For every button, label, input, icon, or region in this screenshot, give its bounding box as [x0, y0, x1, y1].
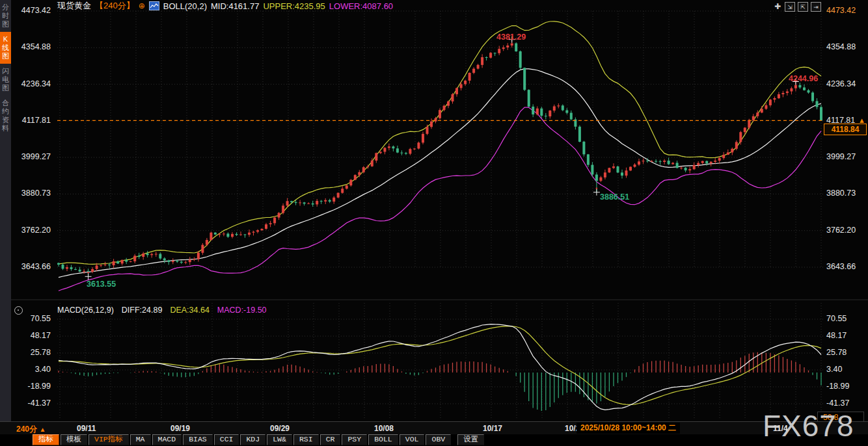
- period-dropdown-icon: ▲: [39, 426, 46, 433]
- sidebar-tab-lightning[interactable]: 闪电图: [0, 64, 11, 96]
- annotation-low-3886: 3886.51: [600, 192, 629, 202]
- indicator-toolbar: 指标模板VIP指标MAMACDBIASCCIKDJLW&RSICRPSYBOLL…: [0, 434, 868, 446]
- chart-header: 现货黄金 【240分】 ⊕ BOLL(20,2) MID:4161.77 UPP…: [57, 1, 393, 11]
- price-up-arrow-icon: ▲: [858, 116, 865, 124]
- toolbar-button-MACD[interactable]: MACD: [152, 434, 182, 445]
- macd-title: MACD(26,12,9): [57, 306, 114, 315]
- date-tick-label: 09/29: [270, 424, 290, 433]
- date-tick-label: 11/4: [773, 424, 788, 433]
- axis-label: 4473.42: [12, 6, 51, 16]
- toolbar-button-设置[interactable]: 设置: [457, 434, 484, 445]
- axis-label: -41.37: [826, 399, 867, 408]
- date-tick-label: 09/11: [77, 424, 96, 433]
- toolbar-button-BIAS[interactable]: BIAS: [183, 434, 213, 445]
- axis-label: -41.37: [12, 399, 51, 408]
- macd-diff-value: DIFF:24.89: [122, 306, 163, 315]
- macd-dea-value: DEA:34.64: [170, 306, 209, 315]
- axis-label: 3.40: [12, 365, 51, 374]
- axis-label: 3999.27: [826, 152, 867, 162]
- symbol-name: 现货黄金: [57, 0, 91, 12]
- axis-label: 48.17: [12, 331, 51, 341]
- axis-label: 3643.66: [826, 262, 867, 272]
- macd-header: MACD(26,12,9) DIFF:24.89 DEA:34.64 MACD:…: [57, 306, 267, 315]
- toolbar-button-模板[interactable]: 模板: [61, 434, 87, 445]
- axis-label: 3762.20: [12, 226, 51, 235]
- axis-label: 4354.88: [826, 42, 867, 52]
- kline-chart-canvas[interactable]: [0, 0, 868, 421]
- toolbar-button-VIP指标[interactable]: VIP指标: [88, 434, 129, 445]
- toolbar-button-PSY[interactable]: PSY: [342, 434, 367, 445]
- time-axis: 240分 ▲ 09/1109/1909/2910/0810/1710/211/4…: [0, 421, 868, 435]
- sidebar-tab-kline[interactable]: K线图: [0, 32, 11, 64]
- annotation-low-3613: 3613.55: [87, 280, 116, 289]
- trading-app: 分时图 K线图 闪电图 合约资料 现货黄金 【240分】 ⊕ BOLL(20,2…: [0, 0, 868, 446]
- axis-label: -18.99: [826, 382, 867, 391]
- go-latest-icon[interactable]: ⇥: [811, 2, 821, 12]
- axis-label: 4354.88: [12, 42, 51, 52]
- mini-chart-icon[interactable]: [149, 1, 159, 10]
- axis-label: 4236.34: [826, 79, 867, 89]
- candle-time-tooltip: 2025/10/28 10:00~14:00 二: [576, 423, 680, 434]
- axis-label: 70.55: [826, 314, 867, 324]
- boll-indicator-label: BOLL(20,2): [163, 1, 207, 11]
- axis-label: 25.78: [826, 348, 867, 358]
- boll-lower-value: LOWER:4087.60: [329, 1, 393, 11]
- axis-label: 70.55: [12, 314, 51, 324]
- annotation-high-4244: 4244.96: [789, 74, 818, 83]
- toolbar-button-CR[interactable]: CR: [320, 434, 341, 445]
- axis-zoom-icon[interactable]: ⇲: [785, 2, 795, 12]
- toolbar-button-MA[interactable]: MA: [130, 434, 151, 445]
- axis-pan-icon[interactable]: ⇱: [798, 2, 808, 12]
- axis-label: -18.99: [12, 382, 51, 391]
- date-tick-label: 10/08: [374, 424, 394, 433]
- boll-mid-value: MID:4161.77: [211, 1, 259, 11]
- period-label: 【240分】: [95, 0, 135, 12]
- macd-bar-value: MACD:-19.50: [217, 306, 267, 315]
- toolbar-button-指标[interactable]: 指标: [33, 434, 59, 445]
- crosshair-move-icon[interactable]: ✚: [773, 2, 782, 10]
- toolbar-button-VOL[interactable]: VOL: [400, 434, 425, 445]
- axis-label: 3880.73: [826, 189, 867, 198]
- axis-label: 4473.42: [826, 6, 867, 16]
- axis-label: 3643.66: [12, 262, 51, 272]
- toolbar-button-CCI[interactable]: CCI: [214, 434, 239, 445]
- sidebar-tab-contract-info[interactable]: 合约资料: [0, 96, 11, 136]
- axis-label: 3.40: [826, 365, 867, 374]
- toolbar-button-BOLL[interactable]: BOLL: [368, 434, 398, 445]
- current-price-label: 4118.84: [824, 124, 867, 135]
- add-indicator-icon[interactable]: ⊕: [139, 1, 145, 10]
- axis-label: 48.17: [826, 331, 867, 341]
- boll-upper-value: UPPER:4235.95: [263, 1, 325, 11]
- annotation-high-4381: 4381.29: [496, 33, 526, 42]
- axis-label: 25.78: [12, 348, 51, 358]
- date-tick-label: 09/19: [170, 424, 190, 433]
- date-tick-label: 10/17: [483, 424, 502, 433]
- axis-label: 3880.73: [12, 189, 51, 198]
- chart-type-sidebar: 分时图 K线图 闪电图 合约资料: [0, 0, 11, 421]
- axis-label: 3762.20: [826, 226, 867, 235]
- chart-tool-buttons: ✚⇲⇱⇥: [773, 2, 821, 12]
- axis-label: 3999.27: [12, 152, 51, 162]
- toolbar-button-LW&[interactable]: LW&: [267, 434, 292, 445]
- toolbar-button-KDJ[interactable]: KDJ: [240, 434, 265, 445]
- axis-label: 4117.81: [12, 116, 51, 125]
- period-selector[interactable]: 240分 ▲: [16, 424, 46, 435]
- axis-label: 4236.34: [12, 79, 51, 89]
- sidebar-tab-timeshare[interactable]: 分时图: [0, 0, 11, 32]
- toolbar-button-RSI[interactable]: RSI: [293, 434, 319, 445]
- toolbar-button-OBV[interactable]: OBV: [426, 434, 451, 445]
